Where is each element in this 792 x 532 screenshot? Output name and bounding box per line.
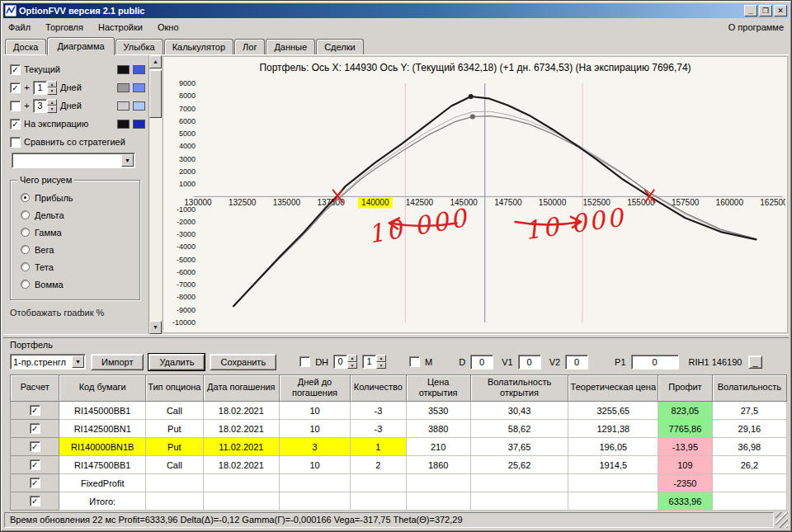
scrollbar-track[interactable] [149,68,162,321]
minimize-button[interactable]: _ [744,5,757,16]
scroll-up-icon[interactable]: ▲ [149,55,162,68]
radio-theta[interactable]: Тета [16,258,134,275]
radio-vega[interactable]: Вега [16,241,134,258]
row-calc-cell[interactable]: ✓ [11,420,59,438]
d-field[interactable]: 0 [470,355,493,370]
spin-up-button[interactable]: ▲ [47,81,57,88]
y-tick-label: -6000 [177,268,196,276]
p1-field[interactable]: 0 [631,355,679,370]
radio-button[interactable] [21,228,30,237]
row-checkbox[interactable]: ✓ [30,441,40,452]
days-spinner-plus-1-days[interactable]: 1▲▼ [33,81,57,95]
menu-about[interactable]: О программе [728,22,784,32]
spin-up-button[interactable]: ▲ [347,355,357,362]
row-calc-cell[interactable]: ✓ [11,492,59,511]
color-swatch-1 [117,101,130,111]
dh-spinner-2[interactable]: 1 ▲▼ [362,355,386,369]
spinner-value[interactable]: 1 [362,355,376,369]
row-checkbox[interactable]: ✓ [30,405,40,416]
cell-volatility: 26,2 [712,456,786,474]
column-header-quantity: Количество [351,374,407,402]
row-calc-cell[interactable]: ✓ [11,474,59,492]
spin-up-button[interactable]: ▲ [47,99,57,106]
current-checkbox[interactable]: ✓ [10,64,21,75]
radio-profit[interactable]: Прибыль [16,189,134,206]
row-checkbox[interactable]: ✓ [30,496,40,506]
menu-window[interactable]: Окно [158,22,179,32]
compare-checkbox[interactable] [10,137,21,148]
radio-button[interactable] [21,280,30,289]
row-checkbox[interactable]: ✓ [30,459,40,470]
p1-label: P1 [615,357,625,367]
curve-marker-dot [470,114,475,119]
spin-down-button[interactable]: ▼ [47,87,57,95]
scrollbar-thumb[interactable] [149,70,162,118]
resize-grip[interactable] [776,512,788,528]
plus-1-days-checkbox[interactable]: ✓ [10,82,21,93]
chevron-down-icon[interactable]: ▼ [121,154,134,167]
spin-down-button[interactable]: ▼ [376,362,386,370]
menu-trading[interactable]: Торговля [45,22,83,32]
m-checkbox[interactable] [409,356,420,367]
spin-down-button[interactable]: ▼ [47,106,57,113]
radio-button[interactable] [21,193,30,202]
y-tick-label: 6000 [179,117,196,125]
v1-field[interactable]: 0 [518,355,541,370]
strategy-compare-select[interactable]: ▼ [12,153,135,168]
import-button[interactable]: Импорт [91,354,144,370]
radio-gamma[interactable]: Гамма [16,224,134,241]
spinner-value[interactable]: 0 [333,355,347,369]
tab-smile[interactable]: Улыбка [116,39,163,54]
menu-settings[interactable]: Настройки [98,22,143,32]
close-button[interactable]: ✕ [774,5,787,16]
row-calc-cell[interactable]: ✓ [11,456,59,474]
cell-quantity [351,474,407,492]
collapse-button[interactable]: _ [748,355,761,369]
app-icon [5,5,16,16]
radio-button[interactable] [21,262,30,271]
title-bar[interactable]: OptionFVV версия 2.1 public _ ❐ ✕ [3,3,789,18]
chevron-down-icon[interactable]: ▼ [72,355,84,368]
expiration-checkbox[interactable]: ✓ [10,119,21,129]
row-calc-cell[interactable]: ✓ [11,438,59,456]
spinner-value[interactable]: 1 [33,81,47,95]
compare-label: Сравнить со стратегией [24,137,125,147]
tab-log[interactable]: Лог [234,39,265,54]
delete-button[interactable]: Удалить [148,354,205,370]
cell-days-to-expiry: 10 [279,402,350,420]
dh-spinner-1[interactable]: 0 ▲▼ [333,355,357,369]
radio-button[interactable] [21,210,30,219]
spin-down-button[interactable]: ▼ [347,362,357,370]
tab-diagram[interactable]: Диаграмма [47,37,114,55]
spin-up-button[interactable]: ▲ [376,355,386,362]
table-row: ✓RI140000BN1BPut11.02.20213121037,65196,… [11,438,787,456]
maximize-button[interactable]: ❐ [759,5,772,16]
strategy-select[interactable]: 1-пр.стренгл ▼ [10,354,86,370]
v2-field[interactable]: 0 [565,355,588,370]
row-calc-cell[interactable]: ✓ [11,402,59,420]
row-checkbox[interactable]: ✓ [30,478,40,488]
plus-3-days-checkbox[interactable] [10,101,21,111]
menu-file[interactable]: Файл [8,22,31,32]
left-panel-scrollbar[interactable]: ▲ ▼ [148,55,162,334]
radio-button[interactable] [21,245,30,254]
scroll-down-icon[interactable]: ▼ [149,321,162,334]
y-tick-label: 9000 [179,79,196,87]
spinner-value[interactable]: 3 [33,99,47,113]
radio-vomma[interactable]: Вомма [16,275,134,293]
row-checkbox[interactable]: ✓ [30,423,40,434]
tab-board[interactable]: Доска [5,39,46,54]
tab-trades[interactable]: Сделки [316,39,364,54]
plus-label: + [24,82,30,92]
tab-data[interactable]: Данные [266,39,315,54]
d-label: D [459,357,465,367]
x-tick-label: 130000 [184,198,212,207]
radio-delta[interactable]: Дельта [16,206,134,224]
x-tick-label: 160000 [716,198,744,207]
days-spinner-plus-3-days[interactable]: 3▲▼ [33,99,57,113]
tab-calculator[interactable]: Калькулятор [164,39,233,54]
cell-profit: 823,05 [658,402,713,420]
dh-checkbox[interactable] [299,356,310,367]
m-label: M [425,357,432,367]
save-button[interactable]: Сохранить [210,354,276,370]
